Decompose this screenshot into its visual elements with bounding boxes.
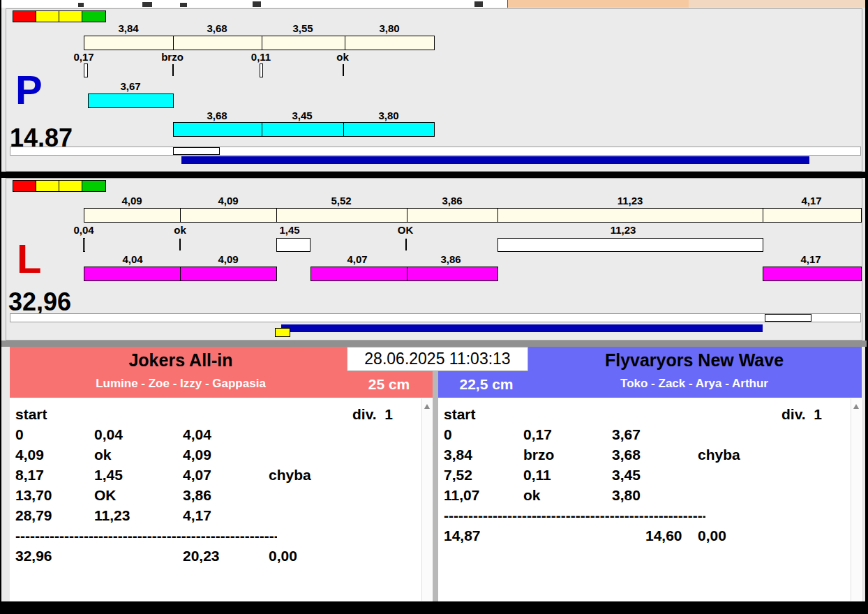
progress-marker-p xyxy=(173,147,220,155)
scroll-up-icon[interactable] xyxy=(853,404,859,409)
table-cell: brzo xyxy=(523,447,554,463)
start-label: start xyxy=(15,406,47,423)
split-value-label: 3,55 xyxy=(275,22,331,34)
div-label: div. 1 xyxy=(352,406,393,423)
start-lights-p xyxy=(13,10,106,22)
scrollbar-right[interactable] xyxy=(851,398,861,601)
run-bar-segment-p xyxy=(173,122,262,137)
separator-dashes: ----------------------------------------… xyxy=(15,527,277,544)
table-cell: 8,17 xyxy=(15,467,44,484)
light-green xyxy=(82,11,105,22)
lane-separator xyxy=(0,172,868,178)
table-cell: ok xyxy=(94,447,112,463)
split-status-label: 1,45 xyxy=(262,224,317,236)
table-cell: 3,67 xyxy=(612,426,641,443)
progress-start-marker xyxy=(275,328,290,337)
lane-total-l: 32,96 xyxy=(8,287,71,317)
split-marker-line xyxy=(179,239,181,250)
run-value-label: 4,17 xyxy=(783,253,839,265)
run-bar-segment-l xyxy=(180,267,277,281)
progress-bar-l xyxy=(281,324,763,332)
results-table-right[interactable]: start div. 1 0 0,17 3,67 3,84 brzo 3,68 … xyxy=(438,398,862,601)
split-value-label: 4,09 xyxy=(200,195,256,207)
table-cell: 4,07 xyxy=(183,467,211,484)
scrollbar-left[interactable] xyxy=(421,398,432,601)
table-cell: 0,17 xyxy=(523,426,552,443)
titlebar-corner xyxy=(689,0,865,8)
split-value-label: 3,68 xyxy=(189,22,245,34)
split-status-label: 0,04 xyxy=(56,224,112,236)
run-value-label: 3,45 xyxy=(274,110,330,121)
run-value-label: 4,07 xyxy=(329,253,385,265)
distance-right: 22,5 cm xyxy=(441,376,532,393)
table-cell: 13,70 xyxy=(15,487,52,504)
table-cell: ok xyxy=(523,487,541,504)
table-divider xyxy=(433,347,438,601)
table-cell: OK xyxy=(94,487,117,504)
team-members-left: Lumine - Zoe - Izzy - Gappasia xyxy=(14,377,347,391)
light-yellow-2 xyxy=(59,11,82,22)
run-value-label: 3,80 xyxy=(361,110,417,121)
table-cell: 7,52 xyxy=(444,467,472,484)
scroll-up-icon[interactable] xyxy=(424,404,430,409)
run-value-label: 4,09 xyxy=(200,253,256,265)
table-cell: 3,80 xyxy=(612,487,641,504)
split-status-label: 11,23 xyxy=(595,224,651,236)
light-yellow-1 xyxy=(36,181,59,191)
table-cell: 11,23 xyxy=(94,507,130,524)
progress-track-l xyxy=(10,313,861,322)
run-value-label: 3,86 xyxy=(423,253,479,265)
table-cell: 28,79 xyxy=(15,507,52,524)
penalty-gap-box xyxy=(83,238,85,252)
div-label: div. 1 xyxy=(781,406,822,423)
titlebar-highlight xyxy=(507,0,689,8)
split-value-label: 5,52 xyxy=(313,195,369,207)
section-separator xyxy=(1,340,867,347)
split-bar-segment xyxy=(763,208,862,223)
split-value-label: 4,17 xyxy=(784,195,839,207)
split-bar-segment xyxy=(180,208,277,223)
split-bar-segment xyxy=(276,208,407,223)
table-cell: 11,07 xyxy=(444,487,479,504)
lane-letter-l: L xyxy=(17,239,41,279)
start-lights-l xyxy=(13,180,106,192)
menu-text-fragment xyxy=(180,3,187,7)
run-bar-segment-p xyxy=(88,93,174,108)
run-bar-segment-p xyxy=(343,122,435,137)
table-cell: 1,45 xyxy=(94,467,123,484)
distance-left: 25 cm xyxy=(349,376,429,393)
split-value-label: 3,80 xyxy=(361,22,417,34)
menu-text-fragment xyxy=(142,2,152,7)
table-cell: 4,17 xyxy=(183,507,211,524)
timestamp-display: 28.06.2025 11:03:13 xyxy=(347,347,528,371)
split-marker-line xyxy=(172,64,174,76)
table-cell: 0,11 xyxy=(523,467,551,484)
table-cell: 3,86 xyxy=(183,487,211,504)
team-name-right: Flyvaryors New Wave xyxy=(527,350,862,370)
light-yellow-2 xyxy=(59,181,82,191)
split-value-label: 3,86 xyxy=(424,195,480,207)
menu-text-fragment xyxy=(474,1,483,7)
progress-bar-p xyxy=(181,156,809,164)
lane-letter-p: P xyxy=(15,70,43,110)
table-cell: 3,45 xyxy=(612,467,641,484)
penalty-gap-box xyxy=(260,63,263,77)
app-window: 3,84 3,68 3,55 3,80 0,17 brzo 0,11 ok P … xyxy=(0,0,868,614)
split-value-label: 4,09 xyxy=(104,195,160,207)
split-status-label: 0,11 xyxy=(233,51,289,63)
total-cell: 20,23 xyxy=(183,548,220,564)
light-red xyxy=(13,181,36,191)
split-status-label: ok xyxy=(315,51,371,63)
penalty-gap-box xyxy=(497,238,763,252)
split-value-label: 3,84 xyxy=(100,22,156,34)
results-table-left[interactable]: start div. 1 0 0,04 4,04 4,09 ok 4,09 8,… xyxy=(10,398,433,601)
titlebar-remnant xyxy=(1,0,865,8)
team-members-right: Toko - Zack - Arya - Arthur xyxy=(527,377,862,391)
split-bar-segment xyxy=(497,208,763,223)
progress-track-p xyxy=(10,147,861,156)
split-bar-segment xyxy=(407,208,498,223)
run-bar-segment-l xyxy=(763,267,862,281)
split-bar-segment xyxy=(262,36,345,50)
total-cell: 0,00 xyxy=(698,527,726,544)
run-bar-segment-l xyxy=(84,267,181,281)
